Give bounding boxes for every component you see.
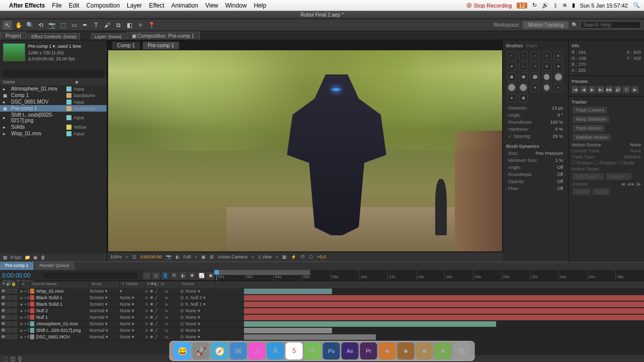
brush-preset[interactable] — [542, 51, 551, 60]
menu-edit[interactable]: Edit — [69, 2, 79, 9]
timeline-time[interactable]: 0:00:00:00 — [2, 272, 38, 279]
comp-mini-flowchart-icon[interactable]: ⬚ — [143, 272, 151, 280]
spacing-value[interactable]: 25 % — [552, 134, 563, 139]
ram-preview-button[interactable]: ▶ — [631, 86, 638, 93]
col-parent[interactable]: Parent — [180, 281, 215, 288]
timeline-layer[interactable]: 👁▸ ▪ 6Atmosphere_01.movScreen ▾None ▾⊙✱╱… — [0, 321, 244, 327]
dyn-angle-value[interactable]: Off — [557, 165, 563, 170]
draft3d-icon[interactable]: ◫ — [152, 272, 160, 280]
last-frame-button[interactable]: ▶▶ — [606, 86, 613, 93]
graph-editor-icon[interactable]: 📈 — [197, 272, 205, 280]
play-button[interactable]: ▶ — [589, 86, 596, 93]
paint-header[interactable]: Paint — [527, 43, 537, 48]
snapshot-icon[interactable]: 📷 — [166, 254, 172, 259]
resolution-icon[interactable]: ⊡ — [132, 254, 136, 259]
brush-preset[interactable] — [519, 51, 528, 60]
menu-help[interactable]: Help — [254, 2, 266, 9]
timeline-tab-precomp[interactable]: Pre-comp 1 — [0, 262, 34, 270]
menu-layer[interactable]: Layer — [127, 2, 142, 9]
cc-badge[interactable]: 12 — [517, 3, 527, 9]
preview-header[interactable]: Preview — [572, 78, 641, 85]
menu-file[interactable]: File — [52, 2, 61, 9]
workspace-selector[interactable]: Motion Tracking — [523, 21, 569, 29]
shy-icon[interactable]: 👤 — [161, 272, 169, 280]
clone-tool[interactable]: ⧉ — [114, 21, 123, 30]
motion-source-dropdown[interactable]: None — [630, 142, 641, 147]
col-mode[interactable]: Mode — [90, 281, 120, 288]
brush-preset[interactable] — [519, 72, 528, 81]
dyn-size-value[interactable]: Pen Pressure — [535, 151, 563, 156]
timeline-icon[interactable]: ⏱ — [300, 254, 305, 259]
bluetooth-icon[interactable]: ᛒ — [554, 3, 557, 9]
dock-premiere[interactable]: Pr — [360, 342, 377, 359]
trash-icon[interactable]: 🗑 — [41, 255, 45, 260]
project-tab[interactable]: Project — [0, 32, 27, 40]
dock-photoshop[interactable]: Ps — [323, 342, 340, 359]
search-help-input[interactable] — [581, 21, 641, 29]
audio-button[interactable]: 🔊 — [614, 86, 621, 93]
dock-mail[interactable]: ✉ — [230, 342, 247, 359]
timeline-layer[interactable]: 👁▸ ▪ 3Black Solid 1Screen ▾None ▾⊙✱╱fx⊙ … — [0, 301, 244, 308]
battery-icon[interactable]: ▮ — [572, 2, 575, 9]
asset-row[interactable]: ▸SolidsYellow — [0, 124, 107, 130]
col-source[interactable]: Source Name — [30, 281, 90, 288]
timeline-layer[interactable]: 👁▸ ▪ 2Black Solid 1Screen ▾None ▾⊙✱╱fx⊙ … — [0, 295, 244, 301]
layer-bar[interactable] — [244, 334, 376, 340]
eraser-tool[interactable]: ◧ — [125, 21, 134, 30]
text-tool[interactable]: T — [92, 21, 101, 30]
dyn-opacity-value[interactable]: Off — [557, 179, 563, 184]
layer-bar[interactable] — [244, 321, 496, 327]
brush-preset[interactable] — [507, 83, 516, 92]
angle-value[interactable]: 0 ° — [557, 113, 563, 118]
asset-row[interactable]: ▸Atmosphere_01.movAqua — [0, 85, 107, 92]
toggle-modes-icon[interactable]: ◫ — [11, 356, 15, 361]
volume-icon[interactable]: 🔊 — [542, 2, 549, 9]
time-ruler[interactable]: 00s02s04s06s08s10s12s14s16s18s20s22s24s2… — [216, 270, 644, 281]
dock-itunes[interactable]: ♫ — [249, 342, 266, 359]
motion-blur-icon[interactable]: ◐ — [179, 272, 187, 280]
brush-preset[interactable] — [530, 72, 539, 81]
resolution-dropdown[interactable]: Full — [184, 254, 191, 259]
brush-preset[interactable] — [507, 94, 516, 103]
menu-composition[interactable]: Composition — [86, 2, 120, 9]
info-header[interactable]: Info — [572, 42, 641, 49]
brushes-header[interactable]: Brushes — [506, 43, 523, 48]
menu-animation[interactable]: Animation — [172, 2, 198, 9]
roi-icon[interactable]: ▣ — [201, 254, 206, 259]
dock-app4[interactable]: ● — [435, 342, 452, 359]
menu-effect[interactable]: Effect — [149, 2, 164, 9]
rotate-tool[interactable]: ⟲ — [36, 21, 45, 30]
pin-tool[interactable]: 📍 — [147, 21, 156, 30]
effect-controls-tab[interactable]: Effect Controls: (none) — [28, 33, 80, 40]
prev-frame-button[interactable]: ◀ — [580, 86, 587, 93]
hand-tool[interactable]: ✋ — [14, 21, 23, 30]
asset-row[interactable]: ▣Comp 1Sandstone — [0, 92, 107, 99]
asset-row[interactable]: ▣Pre-comp 1Sandstone — [0, 105, 107, 112]
dock-launchpad[interactable]: 🚀 — [193, 342, 210, 359]
asset-row[interactable]: ▸DSC_0681.MOVAqua — [0, 99, 107, 105]
brush-preset[interactable] — [554, 83, 563, 92]
roto-tool[interactable]: ✧ — [136, 21, 145, 30]
new-folder-icon[interactable]: 📁 — [25, 255, 30, 260]
brush-preset[interactable] — [530, 83, 539, 92]
frame-blend-icon[interactable]: ⧉ — [170, 272, 178, 280]
dock-app1[interactable]: ● — [379, 342, 396, 359]
current-time[interactable]: 0:00:00:00 — [140, 254, 162, 259]
dyn-round-value[interactable]: Off — [557, 172, 563, 177]
menu-window[interactable]: Window — [225, 2, 247, 9]
loop-button[interactable]: ↻ — [623, 86, 630, 93]
exposure-value[interactable]: +0.0 — [317, 254, 326, 259]
col-name[interactable]: Name — [3, 79, 75, 84]
diameter-value[interactable]: 13 px — [552, 106, 563, 111]
layer-bar[interactable] — [244, 295, 644, 301]
next-frame-button[interactable]: ▶| — [597, 86, 604, 93]
dock-finder[interactable]: 😀 — [174, 342, 191, 359]
dyn-min-value[interactable]: 1 % — [555, 158, 563, 163]
layer-bar[interactable] — [244, 328, 332, 333]
brush-preset[interactable] — [554, 62, 563, 71]
new-comp-icon[interactable]: ▣ — [33, 255, 38, 260]
layer-tab[interactable]: Layer: (none) — [91, 33, 125, 40]
tracker-header[interactable]: Tracker — [572, 99, 641, 106]
mask-tool[interactable]: ▭ — [69, 21, 78, 30]
zoom-dropdown[interactable]: 100% — [110, 254, 122, 259]
